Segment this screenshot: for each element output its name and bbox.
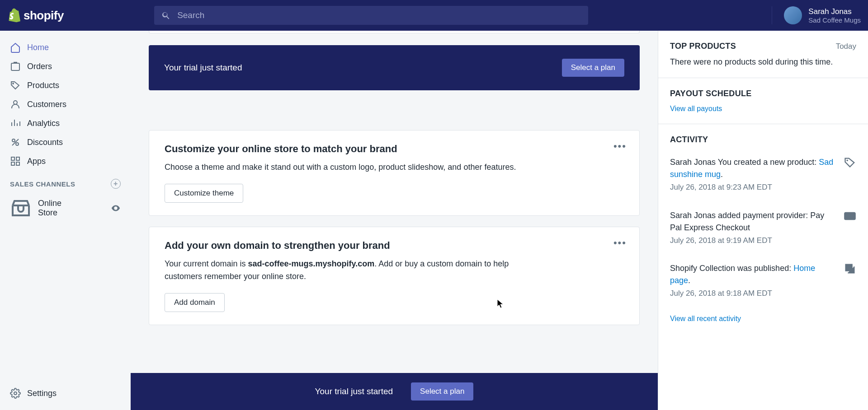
card-icon bbox=[844, 210, 856, 222]
nav-settings[interactable]: Settings bbox=[4, 384, 127, 403]
nav-apps-label: Apps bbox=[27, 157, 46, 166]
svg-rect-6 bbox=[11, 162, 14, 165]
nav-orders-label: Orders bbox=[27, 62, 52, 71]
card-menu-icon[interactable]: ••• bbox=[613, 140, 627, 152]
right-sidebar: TOP PRODUCTS Today There were no product… bbox=[658, 31, 868, 410]
analytics-icon bbox=[10, 118, 21, 129]
domain-card-title: Add your own domain to strengthen your b… bbox=[165, 240, 624, 252]
add-domain-button[interactable]: Add domain bbox=[165, 293, 225, 312]
nav-home-label: Home bbox=[27, 43, 49, 52]
nav-home[interactable]: Home bbox=[4, 38, 127, 57]
nav-discounts-label: Discounts bbox=[27, 138, 63, 147]
view-all-activity: View all recent activity bbox=[658, 308, 868, 330]
eye-icon[interactable] bbox=[111, 203, 121, 213]
shopify-icon bbox=[7, 8, 21, 23]
logo[interactable]: shopify bbox=[7, 8, 64, 23]
activity-item: Sarah Jonas You created a new product: S… bbox=[658, 148, 868, 201]
domain-card: ••• Add your own domain to strengthen yo… bbox=[149, 227, 640, 325]
top-products-panel: TOP PRODUCTS Today There were no product… bbox=[658, 31, 868, 78]
search-input[interactable] bbox=[177, 10, 581, 20]
current-domain: sad-coffee-mugs.myshopify.com bbox=[248, 259, 374, 268]
sales-channels-header: SALES CHANNELS + bbox=[4, 171, 127, 193]
apps-icon bbox=[10, 156, 21, 167]
avatar bbox=[784, 6, 802, 24]
nav-online-store[interactable]: Online Store bbox=[4, 193, 127, 223]
customers-icon bbox=[10, 99, 21, 110]
sales-channels-label: SALES CHANNELS bbox=[10, 180, 75, 188]
nav-products-label: Products bbox=[27, 81, 59, 90]
activity-body: Sarah Jonas added payment provider: Pay … bbox=[670, 210, 835, 247]
footer-trial-message: Your trial just started bbox=[315, 387, 393, 396]
search-box[interactable] bbox=[154, 6, 588, 25]
activity-body: Sarah Jonas You created a new product: S… bbox=[670, 156, 835, 193]
view-payouts-link[interactable]: View all payouts bbox=[670, 105, 856, 113]
trial-banner: Your trial just started Select a plan bbox=[149, 45, 640, 90]
sidebar: Home Orders Products Customers Analytics… bbox=[0, 31, 131, 410]
top-products-meta: Today bbox=[836, 42, 856, 51]
activity-body: Shopify Collection was published: Home p… bbox=[670, 262, 835, 299]
settings-icon bbox=[10, 388, 21, 399]
top-products-empty: There were no products sold during this … bbox=[670, 57, 856, 67]
nav-products[interactable]: Products bbox=[4, 76, 127, 95]
activity-item: Shopify Collection was published: Home p… bbox=[658, 254, 868, 308]
card-stub bbox=[149, 31, 640, 33]
nav-settings-label: Settings bbox=[27, 389, 57, 398]
profile-store: Sad Coffee Mugs bbox=[808, 16, 861, 24]
activity-text: Sarah Jonas added payment provider: Pay … bbox=[670, 211, 824, 232]
nav-customers-label: Customers bbox=[27, 100, 66, 109]
svg-point-1 bbox=[14, 101, 17, 104]
online-store-icon bbox=[10, 197, 32, 219]
search-icon bbox=[161, 10, 171, 20]
main-content: Your trial just started Select a plan ••… bbox=[131, 31, 658, 410]
customize-card: ••• Customize your online store to match… bbox=[149, 130, 640, 216]
collection-icon bbox=[844, 262, 856, 275]
svg-rect-10 bbox=[844, 213, 855, 219]
nav-customers[interactable]: Customers bbox=[4, 95, 127, 114]
activity-time: July 26, 2018 at 9:19 AM EDT bbox=[670, 235, 835, 247]
products-icon bbox=[10, 80, 21, 91]
nav-analytics-label: Analytics bbox=[27, 119, 60, 128]
activity-time: July 26, 2018 at 9:18 AM EDT bbox=[670, 288, 835, 299]
activity-text: Shopify Collection was published: bbox=[670, 264, 793, 273]
footer-select-plan-button[interactable]: Select a plan bbox=[411, 382, 473, 401]
card-menu-icon[interactable]: ••• bbox=[613, 237, 627, 249]
search-container bbox=[154, 6, 588, 25]
nav-analytics[interactable]: Analytics bbox=[4, 114, 127, 133]
payout-panel: PAYOUT SCHEDULE View all payouts bbox=[658, 78, 868, 124]
activity-time: July 26, 2018 at 9:23 AM EDT bbox=[670, 182, 835, 193]
profile[interactable]: Sarah Jonas Sad Coffee Mugs bbox=[772, 6, 861, 24]
select-plan-button[interactable]: Select a plan bbox=[562, 59, 624, 77]
nav-apps[interactable]: Apps bbox=[4, 152, 127, 171]
domain-body-pre: Your current domain is bbox=[165, 259, 248, 268]
trial-message: Your trial just started bbox=[164, 63, 242, 73]
activity-suffix: . bbox=[688, 276, 690, 285]
tag-icon bbox=[844, 156, 856, 169]
payout-title: PAYOUT SCHEDULE bbox=[670, 89, 752, 98]
add-channel-button[interactable]: + bbox=[111, 179, 121, 189]
customize-card-title: Customize your online store to match you… bbox=[165, 143, 624, 155]
view-all-activity-link[interactable]: View all recent activity bbox=[670, 315, 741, 322]
svg-point-8 bbox=[14, 392, 17, 395]
footer-trial-bar: Your trial just started Select a plan bbox=[131, 373, 658, 410]
svg-rect-5 bbox=[16, 157, 19, 160]
svg-point-2 bbox=[12, 139, 15, 142]
top-products-title: TOP PRODUCTS bbox=[670, 42, 736, 51]
brand-name: shopify bbox=[24, 9, 64, 23]
svg-rect-7 bbox=[16, 162, 19, 165]
customize-theme-button[interactable]: Customize theme bbox=[165, 184, 243, 203]
svg-point-0 bbox=[13, 83, 14, 84]
domain-card-body: Your current domain is sad-coffee-mugs.m… bbox=[165, 258, 517, 283]
svg-point-3 bbox=[16, 143, 19, 145]
nav-discounts[interactable]: Discounts bbox=[4, 133, 127, 152]
topbar: shopify Sarah Jonas Sad Coffee Mugs bbox=[0, 0, 868, 31]
profile-name: Sarah Jonas bbox=[808, 7, 861, 16]
svg-rect-4 bbox=[11, 157, 14, 160]
activity-text: Sarah Jonas You created a new product: bbox=[670, 158, 819, 167]
svg-point-9 bbox=[846, 160, 848, 162]
orders-icon bbox=[10, 61, 21, 72]
home-icon bbox=[10, 42, 21, 53]
nav-orders[interactable]: Orders bbox=[4, 57, 127, 76]
customize-card-body: Choose a theme and make it stand out wit… bbox=[165, 161, 517, 174]
activity-item: Sarah Jonas added payment provider: Pay … bbox=[658, 201, 868, 255]
nav-online-store-label: Online Store bbox=[38, 199, 61, 218]
